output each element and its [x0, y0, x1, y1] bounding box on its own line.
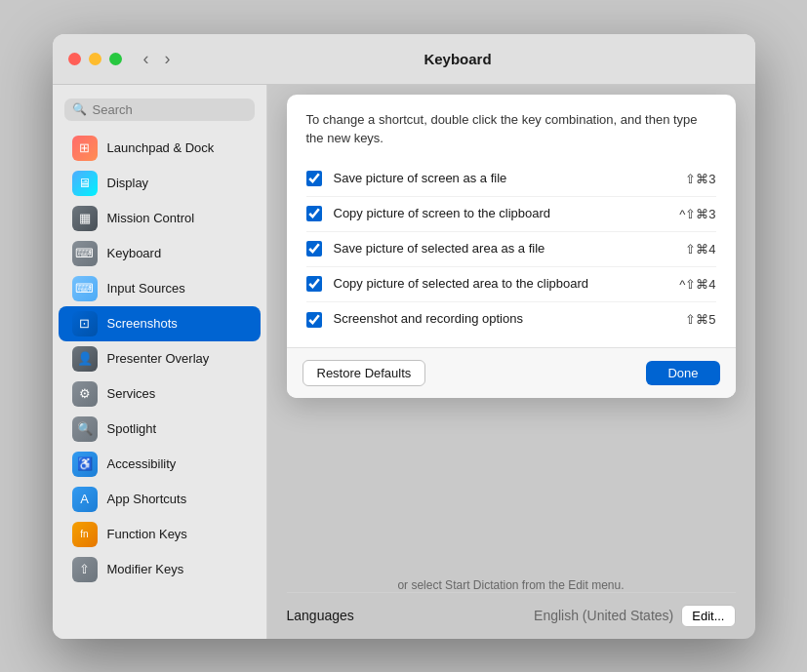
modal-footer: Restore Defaults Done — [287, 347, 736, 398]
sidebar-item-label-function-keys: Function Keys — [107, 527, 187, 541]
services-icon: ⚙ — [72, 381, 98, 407]
app-shortcuts-icon: A — [72, 487, 98, 512]
accessibility-icon: ♿ — [72, 452, 98, 477]
sidebar-item-label-screenshots: Screenshots — [107, 316, 178, 331]
sidebar-item-label-modifier-keys: Modifier Keys — [107, 562, 184, 576]
shortcut-row-copy-area-clipboard: Copy picture of selected area to the cli… — [306, 267, 716, 302]
forward-button[interactable]: › — [159, 47, 177, 71]
sidebar-item-presenter[interactable]: 👤Presenter Overlay — [59, 341, 261, 376]
main-content: 🔍 ⊞Launchpad & Dock🖥Display▦Mission Cont… — [53, 85, 755, 639]
traffic-lights — [68, 53, 122, 65]
shortcut-label-save-area-file: Save picture of selected area as a file — [334, 240, 678, 257]
shortcut-row-save-area-file: Save picture of selected area as a file⇧… — [306, 232, 716, 267]
modal-backdrop: To change a shortcut, double click the k… — [267, 85, 755, 639]
main-window: ‹ › Keyboard 🔍 ⊞Launchpad & Dock🖥Display… — [53, 34, 755, 639]
display-icon: 🖥 — [72, 171, 98, 196]
mission-icon: ▦ — [72, 206, 98, 231]
sidebar-item-display[interactable]: 🖥Display — [59, 166, 261, 201]
modal-body: To change a shortcut, double click the k… — [287, 95, 736, 347]
restore-defaults-button[interactable]: Restore Defaults — [303, 360, 426, 386]
shortcut-checkbox-screenshot-options[interactable] — [306, 312, 322, 328]
sidebar-item-label-presenter: Presenter Overlay — [107, 351, 210, 366]
shortcut-checkbox-save-picture-file[interactable] — [306, 171, 322, 186]
sidebar-item-label-app-shortcuts: App Shortcuts — [107, 492, 187, 506]
maximize-button[interactable] — [109, 53, 122, 65]
sidebar-item-label-accessibility: Accessibility — [107, 456, 177, 471]
shortcut-keys-copy-picture-clipboard: ^⇧⌘3 — [679, 207, 715, 221]
sidebar-item-accessibility[interactable]: ♿Accessibility — [59, 447, 261, 482]
screenshots-icon: ⊡ — [72, 311, 98, 336]
shortcut-row-screenshot-options: Screenshot and recording options⇧⌘5 — [306, 302, 716, 337]
sidebar-item-label-services: Services — [107, 386, 156, 401]
shortcut-label-copy-area-clipboard: Copy picture of selected area to the cli… — [334, 275, 672, 293]
window-title: Keyboard — [177, 51, 740, 67]
shortcut-row-copy-picture-clipboard: Copy picture of screen to the clipboard^… — [306, 197, 716, 232]
sidebar-item-function-keys[interactable]: fnFunction Keys — [59, 517, 261, 552]
sidebar-item-input-sources[interactable]: ⌨Input Sources — [59, 271, 261, 306]
keyboard-icon: ⌨ — [72, 241, 98, 266]
languages-value-group: English (United States) Edit... — [534, 605, 735, 627]
titlebar: ‹ › Keyboard — [53, 34, 755, 85]
dictation-text: or select Start Dictation from the Edit … — [287, 578, 736, 592]
shortcut-row-save-picture-file: Save picture of screen as a file⇧⌘3 — [306, 162, 716, 197]
shortcut-keys-save-picture-file: ⇧⌘3 — [685, 172, 715, 186]
search-icon: 🔍 — [72, 102, 87, 116]
sidebar-item-keyboard[interactable]: ⌨Keyboard — [59, 236, 261, 271]
shortcuts-modal: To change a shortcut, double click the k… — [287, 95, 736, 398]
languages-label: Languages — [287, 608, 354, 623]
sidebar-item-mission[interactable]: ▦Mission Control — [59, 201, 261, 236]
sidebar-item-launchpad[interactable]: ⊞Launchpad & Dock — [59, 131, 261, 166]
sidebar-items: ⊞Launchpad & Dock🖥Display▦Mission Contro… — [53, 131, 266, 587]
modal-instruction: To change a shortcut, double click the k… — [306, 110, 716, 148]
languages-value: English (United States) — [534, 608, 673, 623]
sidebar-item-label-keyboard: Keyboard — [107, 246, 162, 260]
presenter-icon: 👤 — [72, 346, 98, 372]
shortcut-label-screenshot-options: Screenshot and recording options — [334, 310, 678, 328]
shortcut-checkbox-copy-area-clipboard[interactable] — [306, 276, 322, 292]
bottom-section: or select Start Dictation from the Edit … — [287, 571, 736, 639]
edit-languages-button[interactable]: Edit... — [681, 605, 735, 627]
sidebar-item-label-spotlight: Spotlight — [107, 421, 157, 436]
shortcut-checkbox-copy-picture-clipboard[interactable] — [306, 206, 322, 221]
close-button[interactable] — [68, 53, 81, 65]
sidebar-item-app-shortcuts[interactable]: AApp Shortcuts — [59, 482, 261, 517]
sidebar-item-label-input-sources: Input Sources — [107, 281, 185, 296]
search-input-wrap[interactable]: 🔍 — [64, 99, 255, 121]
shortcut-keys-copy-area-clipboard: ^⇧⌘4 — [679, 277, 715, 292]
shortcuts-list: Save picture of screen as a file⇧⌘3Copy … — [306, 162, 716, 337]
sidebar-item-spotlight[interactable]: 🔍Spotlight — [59, 412, 261, 447]
sidebar-item-services[interactable]: ⚙Services — [59, 376, 261, 412]
search-bar-container: 🔍 — [53, 93, 266, 131]
sidebar-item-label-display: Display — [107, 176, 149, 190]
shortcut-keys-screenshot-options: ⇧⌘5 — [685, 312, 715, 327]
minimize-button[interactable] — [89, 53, 101, 65]
shortcut-keys-save-area-file: ⇧⌘4 — [685, 242, 715, 257]
nav-buttons: ‹ › — [138, 47, 177, 71]
shortcut-checkbox-save-area-file[interactable] — [306, 241, 322, 257]
spotlight-icon: 🔍 — [72, 416, 98, 442]
launchpad-icon: ⊞ — [72, 136, 98, 161]
languages-row: Languages English (United States) Edit..… — [287, 592, 736, 639]
function-keys-icon: fn — [72, 522, 98, 547]
back-button[interactable]: ‹ — [138, 47, 155, 71]
shortcut-label-save-picture-file: Save picture of screen as a file — [334, 170, 678, 187]
input-sources-icon: ⌨ — [72, 276, 98, 301]
sidebar-item-screenshots[interactable]: ⊡Screenshots — [59, 306, 261, 341]
sidebar: 🔍 ⊞Launchpad & Dock🖥Display▦Mission Cont… — [53, 85, 267, 639]
sidebar-item-modifier-keys[interactable]: ⇧Modifier Keys — [59, 552, 261, 587]
search-input[interactable] — [93, 102, 247, 117]
done-button[interactable]: Done — [646, 361, 719, 385]
sidebar-item-label-launchpad: Launchpad & Dock — [107, 140, 215, 155]
modifier-keys-icon: ⇧ — [72, 557, 98, 582]
sidebar-item-label-mission: Mission Control — [107, 211, 195, 225]
shortcut-label-copy-picture-clipboard: Copy picture of screen to the clipboard — [334, 205, 672, 222]
right-pane: Key repeat rate Delay until repeat To ch… — [267, 85, 755, 639]
